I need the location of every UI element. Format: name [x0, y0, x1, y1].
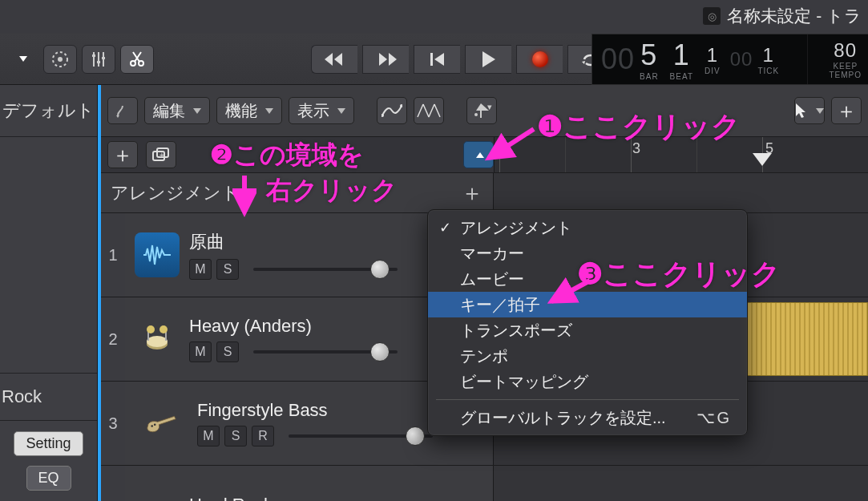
svg-rect-3 — [97, 61, 100, 63]
track-icon — [135, 317, 180, 362]
add-track-tool[interactable]: ＋ — [831, 97, 862, 124]
automation-curve-button[interactable] — [377, 97, 407, 124]
lcd-tempo: 80 — [829, 39, 862, 62]
menu-item[interactable]: トランスポーズ — [428, 317, 747, 343]
solo-button[interactable]: S — [216, 341, 239, 362]
svg-point-11 — [474, 113, 478, 116]
arrangement-lane[interactable] — [494, 173, 868, 212]
catch-playhead-button[interactable]: ▾ — [466, 97, 497, 124]
track-lane[interactable] — [494, 466, 868, 501]
record-icon — [532, 51, 548, 67]
track-icon — [135, 401, 188, 446]
setting-button[interactable]: Setting — [14, 431, 83, 456]
menu-item[interactable]: ビートマッピング — [428, 369, 747, 394]
svg-point-16 — [147, 336, 168, 347]
view-menu[interactable]: 表示 — [289, 97, 354, 124]
audio-region[interactable] — [742, 302, 868, 376]
menu-item[interactable]: マーカー — [428, 240, 747, 266]
eq-button[interactable]: EQ — [26, 466, 71, 491]
flex-button[interactable] — [414, 97, 444, 124]
volume-slider[interactable] — [253, 350, 398, 354]
volume-slider[interactable] — [289, 434, 433, 438]
slider-knob[interactable] — [406, 426, 425, 446]
solo-button[interactable]: S — [224, 426, 247, 446]
track-number: 2 — [101, 297, 125, 381]
svg-rect-10 — [480, 110, 482, 118]
record-enable-button[interactable]: R — [252, 426, 274, 446]
svg-point-1 — [58, 57, 63, 62]
toolbar-left-edge[interactable] — [5, 45, 38, 74]
window-title: 名称未設定 - トラ — [727, 5, 862, 27]
arrangement-label: アレンジメント — [111, 181, 240, 205]
lcd-display[interactable]: 00 5BAR 1BEAT 1DIV 00 1TICK 80 KEEP TEMP… — [591, 34, 868, 85]
editor-toolbar: 編集 機能 表示 ▾ ＋ — [101, 85, 868, 137]
mute-button[interactable]: M — [189, 259, 212, 280]
menu-item-configure[interactable]: グローバルトラックを設定...⌥G — [428, 405, 747, 430]
lcd-tick: 1 — [757, 44, 779, 67]
track-number: 3 — [101, 382, 125, 465]
window-title-bar: ◎ 名称未設定 - トラ — [703, 5, 862, 27]
edit-menu[interactable]: 編集 — [144, 97, 210, 124]
preset-label[interactable]: デフォルト — [2, 99, 95, 123]
timeline-ruler[interactable]: 1 3 5 — [494, 137, 868, 172]
track-row[interactable]: Hard Rock — [101, 466, 868, 501]
track-number: 1 — [101, 213, 125, 297]
inspector-panel: デフォルト Rock Setting EQ — [0, 85, 98, 501]
add-track-button[interactable]: ＋ — [107, 141, 138, 168]
dial-button[interactable] — [43, 45, 77, 74]
svg-rect-7 — [430, 53, 433, 66]
arrangement-global-track: アレンジメント ＋ — [101, 173, 868, 213]
record-button[interactable] — [516, 45, 563, 74]
rewind-button[interactable] — [311, 45, 357, 74]
track-icon — [135, 232, 180, 277]
svg-point-21 — [151, 425, 153, 427]
svg-point-22 — [154, 423, 156, 426]
slider-knob[interactable] — [370, 342, 390, 362]
menu-item[interactable]: ムービー — [428, 266, 747, 292]
project-icon: ◎ — [703, 7, 721, 25]
play-button[interactable] — [465, 45, 511, 74]
global-tracks-toggle[interactable] — [463, 141, 494, 168]
track-name: Hard Rock — [189, 495, 483, 501]
forward-button[interactable] — [362, 45, 409, 74]
svg-text:+: + — [159, 151, 164, 160]
global-tracks-context-menu: アレンジメントマーカームービーキー／拍子トランスポーズテンポビートマッピンググロ… — [427, 209, 748, 436]
track-icon — [135, 485, 180, 501]
add-arrangement-marker[interactable]: ＋ — [461, 178, 483, 208]
svg-rect-2 — [92, 55, 95, 57]
duplicate-track-button[interactable]: + — [146, 141, 176, 168]
menu-item[interactable]: キー／拍子 — [428, 292, 747, 317]
scissors-button[interactable] — [120, 45, 154, 74]
channel-strip-name[interactable]: Rock — [2, 386, 42, 407]
track-header[interactable]: Hard Rock — [125, 466, 494, 501]
volume-slider[interactable] — [253, 268, 398, 271]
solo-button[interactable]: S — [216, 259, 239, 280]
lcd-bar: 5 — [640, 38, 659, 72]
hierarchy-button[interactable] — [107, 97, 138, 124]
mixer-button[interactable] — [82, 45, 115, 74]
slider-knob[interactable] — [370, 260, 390, 279]
track-number — [101, 466, 125, 501]
mute-button[interactable]: M — [189, 341, 212, 362]
go-to-start-button[interactable] — [414, 45, 460, 74]
lcd-beat: 1 — [670, 38, 693, 72]
mute-button[interactable]: M — [197, 426, 220, 446]
lcd-div: 1 — [704, 44, 721, 67]
menu-item[interactable]: アレンジメント — [428, 215, 747, 240]
menu-item[interactable]: テンポ — [428, 343, 747, 369]
svg-point-19 — [147, 325, 155, 333]
functions-menu[interactable]: 機能 — [216, 97, 282, 124]
lcd-bar-pad: 00 — [601, 42, 635, 75]
pointer-tool[interactable] — [794, 97, 825, 124]
svg-point-20 — [159, 325, 168, 333]
playhead-icon[interactable] — [753, 153, 772, 166]
transport-controls — [306, 45, 614, 74]
ruler-strip: ＋ + 1 3 5 — [101, 137, 868, 173]
svg-rect-4 — [102, 57, 105, 59]
